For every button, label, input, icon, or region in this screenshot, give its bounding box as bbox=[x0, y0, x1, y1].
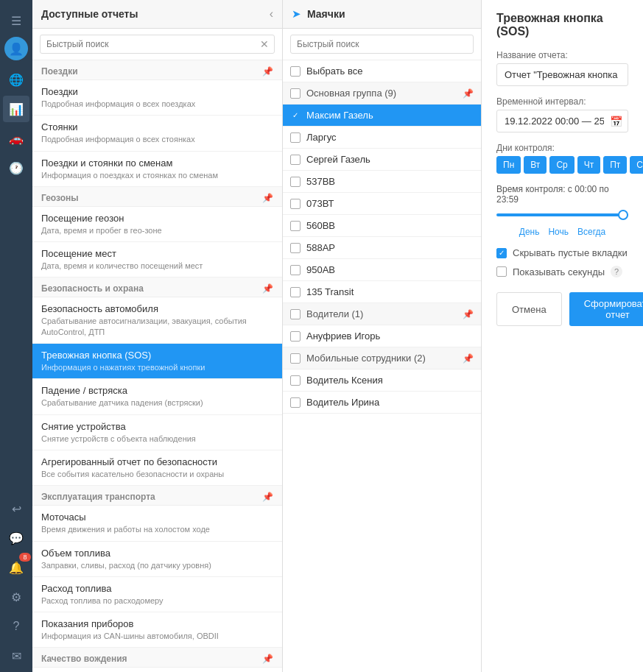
show-seconds-help-icon[interactable]: ? bbox=[611, 266, 622, 277]
beacons-search-input[interactable] bbox=[290, 35, 474, 54]
group-drivers-checkbox[interactable] bbox=[290, 309, 301, 319]
950av-checkbox[interactable] bbox=[290, 265, 301, 275]
073vt-checkbox[interactable] bbox=[290, 199, 301, 209]
sergey-gazel-label: Сергей Газель bbox=[306, 154, 474, 165]
chart-icon[interactable]: 📊 bbox=[3, 96, 29, 122]
537vv-checkbox[interactable] bbox=[290, 177, 301, 187]
menu-icon[interactable]: ☰ bbox=[3, 7, 29, 34]
chat-icon[interactable]: 💬 bbox=[3, 525, 29, 551]
user-avatar[interactable]: 👤 bbox=[4, 37, 28, 60]
group-main-checkbox[interactable] bbox=[290, 88, 301, 99]
beacon-group-main[interactable]: Основная группа (9) 📌 bbox=[283, 82, 481, 105]
day-thu[interactable]: Чт bbox=[577, 156, 601, 174]
days-row: Пн Вт Ср Чт Пт Сб Вс bbox=[496, 156, 628, 174]
report-parkings[interactable]: Стоянки Подробная информация о всех стоя… bbox=[32, 116, 282, 151]
beacon-group-drivers[interactable]: Водители (1) 📌 bbox=[283, 303, 481, 325]
sergey-gazel-checkbox[interactable] bbox=[290, 155, 301, 165]
day-tue[interactable]: Вт bbox=[524, 156, 547, 174]
calendar-icon[interactable]: 📅 bbox=[610, 116, 622, 127]
search-clear-icon[interactable]: ✕ bbox=[260, 38, 269, 50]
driver-irina-checkbox[interactable] bbox=[290, 397, 301, 408]
report-security-aggregate-desc: Все события касательно безопасности и ох… bbox=[41, 469, 273, 479]
073vt-label: 073ВТ bbox=[306, 198, 474, 209]
beacon-anufriiev[interactable]: Ануфриев Игорь bbox=[283, 325, 481, 347]
clock-icon[interactable]: 🕐 bbox=[3, 155, 29, 181]
report-engine-hours[interactable]: Моточасы Время движения и работы на холо… bbox=[32, 506, 282, 541]
collapse-button[interactable]: ‹ bbox=[270, 7, 273, 21]
time-slider[interactable] bbox=[496, 208, 628, 222]
beacon-560vv[interactable]: 560ВВ bbox=[283, 215, 481, 237]
beacon-largus[interactable]: Ларгус bbox=[283, 127, 481, 149]
report-device-removal[interactable]: Снятие устройства Снятие устройств с объ… bbox=[32, 415, 282, 450]
day-wed[interactable]: Ср bbox=[549, 156, 574, 174]
preset-always[interactable]: Всегда bbox=[577, 227, 605, 237]
report-geozone-visits[interactable]: Посещение геозон Дата, время и пробег в … bbox=[32, 207, 282, 242]
preset-day[interactable]: День bbox=[519, 227, 540, 237]
maxim-gazel-checkbox[interactable] bbox=[290, 110, 301, 121]
group-mobile-pin-icon[interactable]: 📌 bbox=[463, 353, 474, 364]
beacon-073vt[interactable]: 073ВТ bbox=[283, 193, 481, 215]
transport-pin-icon[interactable]: 📌 bbox=[262, 492, 273, 502]
preset-night[interactable]: Ночь bbox=[548, 227, 569, 237]
generate-button[interactable]: Сформировать отчет bbox=[569, 292, 643, 326]
beacon-driver-irina[interactable]: Водитель Ирина bbox=[283, 392, 481, 414]
beacon-maxim-gazel[interactable]: Максим Газель bbox=[283, 105, 481, 127]
report-trips[interactable]: Поездки Подробная информация о всех поез… bbox=[32, 80, 282, 116]
beacon-950av[interactable]: 950АВ bbox=[283, 259, 481, 281]
560vv-checkbox[interactable] bbox=[290, 221, 301, 231]
day-mon[interactable]: Пн bbox=[496, 156, 521, 174]
beacon-driver-ksenia[interactable]: Водитель Ксения bbox=[283, 369, 481, 392]
beacon-select-all[interactable]: Выбрать все bbox=[283, 60, 481, 82]
hide-empty-tabs-checkbox[interactable] bbox=[496, 248, 507, 258]
135-transit-checkbox[interactable] bbox=[290, 287, 301, 297]
truck-icon[interactable]: 🚗 bbox=[3, 125, 29, 152]
report-speed-control[interactable]: Контроль скорости По заданному предельно… bbox=[32, 668, 282, 672]
driving-pin-icon[interactable]: 📌 bbox=[262, 654, 273, 664]
report-trips-shifts[interactable]: Поездки и стоянки по сменам Информация о… bbox=[32, 152, 282, 187]
largus-checkbox[interactable] bbox=[290, 132, 301, 143]
588ar-checkbox[interactable] bbox=[290, 243, 301, 253]
beacon-sergey-gazel[interactable]: Сергей Газель bbox=[283, 149, 481, 171]
anufriiev-checkbox[interactable] bbox=[290, 331, 301, 342]
group-mobile-checkbox[interactable] bbox=[290, 353, 301, 364]
interval-input[interactable] bbox=[496, 110, 628, 132]
beacon-537vv[interactable]: 537ВВ bbox=[283, 171, 481, 193]
report-sos-name: Тревожная кнопка (SOS) bbox=[41, 350, 273, 361]
show-seconds-checkbox[interactable] bbox=[496, 266, 507, 277]
comment-icon[interactable]: ✉ bbox=[3, 643, 29, 669]
logout-icon[interactable]: ↩ bbox=[3, 495, 29, 522]
show-seconds-label: Показывать секунды bbox=[513, 266, 605, 277]
security-pin-icon[interactable]: 📌 bbox=[262, 283, 273, 294]
beacon-135-transit[interactable]: 135 Transit bbox=[283, 281, 481, 303]
report-fuel-volume[interactable]: Объем топлива Заправки, сливы, расход (п… bbox=[32, 542, 282, 577]
section-driving: Качество вождения 📌 bbox=[32, 648, 282, 668]
driver-ksenia-checkbox[interactable] bbox=[290, 375, 301, 386]
report-instruments[interactable]: Показания приборов Информация из CAN-шин… bbox=[32, 612, 282, 648]
group-main-pin-icon[interactable]: 📌 bbox=[463, 88, 474, 99]
reports-search-input[interactable] bbox=[40, 35, 275, 54]
report-fuel-consumption[interactable]: Расход топлива Расход топлива по расходо… bbox=[32, 577, 282, 612]
day-sat[interactable]: Сб bbox=[630, 156, 643, 174]
report-name-input[interactable] bbox=[496, 63, 628, 86]
geozones-pin-icon[interactable]: 📌 bbox=[262, 193, 273, 203]
bell-icon-wrap[interactable]: 🔔 8 bbox=[3, 554, 29, 581]
report-place-visits[interactable]: Посещение мест Дата, время и количество … bbox=[32, 242, 282, 277]
report-car-security[interactable]: Безопасность автомобиля Срабатывание авт… bbox=[32, 297, 282, 344]
report-sos[interactable]: Тревожная кнопка (SOS) Информация о нажа… bbox=[32, 344, 282, 379]
cancel-button[interactable]: Отмена bbox=[496, 292, 562, 326]
beacon-group-mobile[interactable]: Мобильные сотрудники (2) 📌 bbox=[283, 347, 481, 369]
section-driving-label: Качество вождения bbox=[41, 654, 127, 664]
time-range-label: Время контроля: с 00:00 по 23:59 bbox=[496, 184, 628, 205]
settings-icon[interactable]: ⚙ bbox=[3, 584, 29, 610]
report-fuel-consumption-name: Расход топлива bbox=[41, 583, 273, 594]
report-fall[interactable]: Падение / встряска Срабатывание датчика … bbox=[32, 379, 282, 414]
trips-pin-icon[interactable]: 📌 bbox=[262, 66, 273, 77]
question-icon[interactable]: ? bbox=[3, 613, 29, 640]
day-fri[interactable]: Пт bbox=[603, 156, 627, 174]
beacon-588ar[interactable]: 588АР bbox=[283, 237, 481, 259]
globe-icon[interactable]: 🌐 bbox=[3, 66, 29, 93]
report-security-aggregate[interactable]: Агрегированный отчет по безопасности Все… bbox=[32, 450, 282, 486]
select-all-checkbox[interactable] bbox=[290, 66, 301, 77]
group-drivers-pin-icon[interactable]: 📌 bbox=[463, 309, 474, 319]
slider-thumb[interactable] bbox=[618, 210, 628, 220]
